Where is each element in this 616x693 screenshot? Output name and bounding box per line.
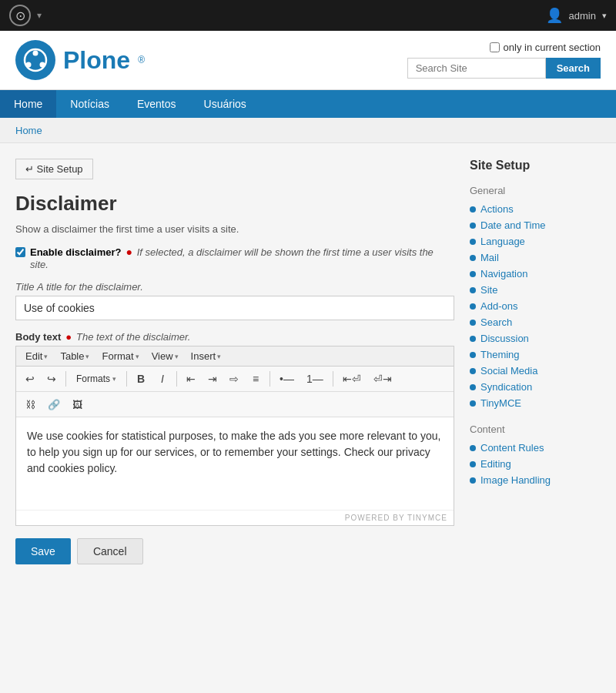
body-text-label: Body text ● The text of the disclaimer. [15,331,454,343]
sidebar-dot [470,206,476,213]
username[interactable]: admin [569,10,596,22]
title-field-row: Title A title for the disclaimer. [15,281,454,320]
sidebar-general-label: General [470,185,601,196]
sidebar-dot [470,352,476,358]
site-setup-button[interactable]: ↵ Site Setup [15,159,93,179]
menu-insert[interactable]: Insert ▾ [186,349,226,363]
toolbar-separator-2 [126,371,127,387]
sidebar-item-editing[interactable]: Editing [470,456,601,472]
sidebar-item-discussion[interactable]: Discussion [470,330,601,346]
toolbar-separator-5 [333,371,333,387]
editor-menubar: Edit ▾ Table ▾ Format ▾ View ▾ Insert ▾ [16,346,454,367]
nav-item-eventos[interactable]: Eventos [123,90,190,118]
editor-content: We use cookies for statistical purposes,… [27,430,440,474]
search-button[interactable]: Search [546,58,601,79]
title-field-label: Title A title for the disclaimer. [15,281,454,293]
align-justify-button[interactable]: ≡ [246,370,265,388]
logo-reg: ® [138,55,145,65]
breadcrumb-home[interactable]: Home [15,125,42,136]
italic-button[interactable]: I [153,370,172,388]
plone-gear-icon[interactable]: ⊙ [9,5,31,26]
body-text-hint: The text of the disclaimer. [76,331,190,343]
svg-point-3 [26,62,32,68]
only-current-checkbox[interactable] [490,42,500,52]
sidebar-dot [470,461,476,467]
search-area: only in current section Search [407,42,601,79]
sidebar-dot [470,336,476,342]
sidebar-item-social-media[interactable]: Social Media [470,363,601,379]
image-button[interactable]: 🖼 [68,395,87,413]
bold-button[interactable]: B [132,370,150,388]
cancel-button[interactable]: Cancel [77,538,143,564]
sidebar-dot [470,320,476,326]
sidebar-general-section: General Actions Date and Time Language M… [470,185,601,411]
nav-item-home[interactable]: Home [0,90,56,118]
undo-button[interactable]: ↩ [21,370,39,388]
nav-item-noticias[interactable]: Notícias [56,90,123,118]
menu-table[interactable]: Table ▾ [55,349,94,363]
sidebar-item-language[interactable]: Language [470,233,601,249]
redo-button[interactable]: ↪ [42,370,61,388]
title-input[interactable] [15,296,454,320]
sidebar-item-tinymce[interactable]: TinyMCE [470,395,601,411]
user-menu-chevron[interactable]: ▾ [602,11,607,21]
sidebar-item-actions[interactable]: Actions [470,201,601,217]
sidebar-item-syndication[interactable]: Syndication [470,379,601,395]
only-current-label: only in current section [504,42,601,53]
sidebar-dot [470,368,476,374]
menu-view[interactable]: View ▾ [147,349,183,363]
sidebar-dot [470,477,476,484]
unordered-list-button[interactable]: •— [275,370,299,388]
page-title: Disclaimer [15,192,454,216]
form-actions: Save Cancel [15,538,454,564]
enable-disclaimer-desc: Enable disclaimer? ● If selected, a disc… [30,246,454,270]
sidebar-item-date-time[interactable]: Date and Time [470,217,601,233]
sidebar-dot [470,303,476,310]
powered-by: POWERED BY TINYMCE [16,510,454,525]
formats-dropdown[interactable]: Formats ▾ [71,371,122,387]
outdent-button[interactable]: ⇤⏎ [338,370,366,388]
align-center-button[interactable]: ⇥ [203,370,222,388]
svg-point-2 [40,62,45,68]
menu-format[interactable]: Format ▾ [97,349,143,363]
search-bar: Search [407,58,601,79]
sidebar-item-search[interactable]: Search [470,314,601,330]
align-left-button[interactable]: ⇤ [182,370,200,388]
toolbar-separator-4 [270,371,270,387]
svg-point-1 [33,51,38,56]
sidebar-item-content-rules[interactable]: Content Rules [470,440,601,456]
enable-disclaimer-label: Enable disclaimer? [30,246,122,258]
save-button[interactable]: Save [15,538,71,564]
sidebar-item-theming[interactable]: Theming [470,346,601,363]
editor-body[interactable]: We use cookies for statistical purposes,… [16,417,454,510]
sidebar-dot [470,287,476,293]
breadcrumb: Home [0,118,616,143]
link-button[interactable]: 🔗 [43,395,65,413]
ordered-list-button[interactable]: 1— [302,370,328,388]
indent-button[interactable]: ⏎⇥ [369,370,397,388]
align-right-button[interactable]: ⇨ [225,370,243,388]
top-bar-left: ⊙ ▾ [9,5,42,26]
sidebar-dot [470,445,476,451]
enable-disclaimer-row: Enable disclaimer? ● If selected, a disc… [15,246,454,270]
sidebar-item-site[interactable]: Site [470,282,601,298]
unlink-button[interactable]: ⛓ [21,395,40,413]
required-dot: ● [126,246,132,258]
sidebar-item-image-handling[interactable]: Image Handling [470,472,601,488]
enable-disclaimer-checkbox[interactable] [15,247,25,257]
search-input[interactable] [407,58,546,79]
menu-edit[interactable]: Edit ▾ [21,349,52,363]
logo-text: Plone [63,46,130,75]
tinymce-editor: Edit ▾ Table ▾ Format ▾ View ▾ Insert ▾ … [15,346,454,526]
logo-icon[interactable] [15,40,55,80]
nav-item-usuarios[interactable]: Usuários [190,90,260,118]
body-text-row: Body text ● The text of the disclaimer. … [15,331,454,526]
page-description: Show a disclaimer the first time a user … [15,223,454,235]
sidebar-item-navigation[interactable]: Navigation [470,266,601,282]
sidebar-item-addons[interactable]: Add-ons [470,298,601,314]
sidebar-content-section: Content Content Rules Editing Image Hand… [470,424,601,488]
top-bar-chevron[interactable]: ▾ [37,10,42,21]
sidebar-item-mail[interactable]: Mail [470,249,601,266]
editor-toolbar-1: ↩ ↪ Formats ▾ B I ⇤ ⇥ ⇨ ≡ •— 1— ⇤⏎ [16,367,454,392]
sidebar-content-label: Content [470,424,601,435]
